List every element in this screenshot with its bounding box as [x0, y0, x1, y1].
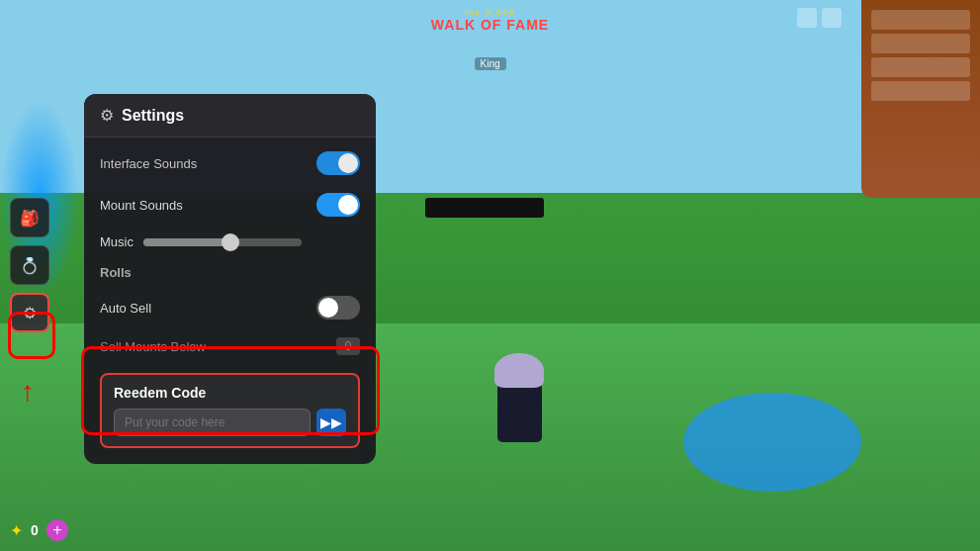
music-row: Music	[100, 230, 360, 253]
character-body	[497, 383, 542, 442]
settings-body: Interface Sounds Mount Sounds Music Roll…	[84, 138, 376, 464]
interface-sounds-label: Interface Sounds	[100, 156, 197, 171]
sell-mounts-row: Sell Mounts Below 0	[100, 333, 360, 359]
sell-mounts-value: 0	[336, 337, 360, 355]
water-area	[683, 393, 861, 492]
mount-sounds-label: Mount Sounds	[100, 198, 183, 213]
plus-icon: +	[52, 521, 61, 539]
redeem-arrow-icon: ▶▶	[320, 414, 342, 430]
auto-sell-knob	[318, 298, 338, 318]
settings-title: Settings	[122, 107, 184, 125]
shop-area	[861, 0, 980, 198]
music-slider-thumb[interactable]	[222, 233, 239, 251]
sell-mounts-label: Sell Mounts Below	[100, 339, 206, 354]
red-arrow-up: ↑	[21, 376, 35, 408]
title-top: the 5,000	[431, 8, 549, 17]
redeem-input-row: ▶▶	[114, 409, 346, 436]
music-label: Music	[100, 234, 134, 249]
shop-item-4	[871, 81, 970, 101]
shop-item-1	[871, 10, 970, 30]
sidebar-btn-settings[interactable]: ⚙	[10, 293, 49, 332]
title-main: WALK OF FAME	[431, 17, 549, 33]
redeem-code-input[interactable]	[114, 409, 311, 436]
left-sidebar: 🎒 💍 ⚙	[10, 198, 49, 332]
sidebar-btn-ring[interactable]: 💍	[10, 245, 49, 285]
auto-sell-label: Auto Sell	[100, 301, 151, 316]
coin-display: 0	[31, 522, 39, 538]
settings-gear-icon: ⚙	[100, 106, 114, 125]
mount-sounds-toggle[interactable]	[316, 193, 360, 217]
redeem-section: Reedem Code ▶▶	[100, 373, 360, 448]
game-title: the 5,000 WALK OF FAME	[431, 8, 549, 33]
black-bar	[425, 198, 544, 218]
music-slider-fill	[143, 238, 230, 246]
top-icon-2	[822, 8, 842, 28]
rolls-section-label: Rolls	[100, 263, 360, 282]
shop-items	[861, 0, 980, 111]
music-slider-container	[143, 238, 360, 246]
music-slider-track[interactable]	[143, 238, 302, 246]
interface-sounds-knob	[338, 153, 358, 173]
auto-sell-toggle[interactable]	[316, 296, 360, 320]
top-icon-1	[797, 8, 817, 28]
redeem-submit-button[interactable]: ▶▶	[316, 409, 346, 436]
character-hair	[494, 353, 544, 388]
bottom-bar: ✦ 0 +	[10, 519, 68, 541]
top-right-icons	[797, 8, 842, 28]
add-coins-button[interactable]: +	[46, 519, 68, 541]
shop-item-3	[871, 57, 970, 77]
mount-sounds-knob	[338, 195, 358, 215]
coin-count: 0	[31, 522, 39, 538]
settings-panel: ⚙ Settings Interface Sounds Mount Sounds…	[84, 94, 376, 464]
redeem-title: Reedem Code	[114, 385, 346, 401]
shop-item-2	[871, 34, 970, 53]
king-label: King	[474, 57, 505, 70]
sidebar-btn-inventory[interactable]: 🎒	[10, 198, 49, 237]
star-icon: ✦	[10, 521, 23, 540]
interface-sounds-row: Interface Sounds	[100, 147, 360, 179]
character	[485, 353, 554, 452]
interface-sounds-toggle[interactable]	[316, 151, 360, 175]
settings-header: ⚙ Settings	[84, 94, 376, 138]
auto-sell-row: Auto Sell	[100, 292, 360, 323]
mount-sounds-row: Mount Sounds	[100, 189, 360, 221]
